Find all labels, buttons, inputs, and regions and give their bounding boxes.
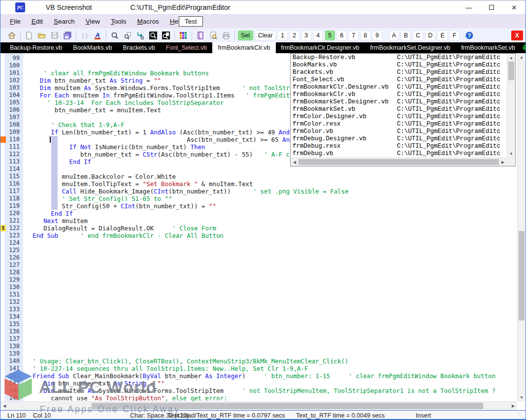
bookmark-number-2-button[interactable]: 2: [290, 31, 299, 40]
menu-item-edit[interactable]: Edit: [26, 16, 48, 27]
file-list-row[interactable]: frmBookmarkSet.Designer.vbC:\UTIL_PgmEdi…: [291, 98, 507, 106]
menu-item-macros[interactable]: Macros: [132, 16, 164, 27]
bookmark-number-9-button[interactable]: 9: [372, 31, 382, 40]
scroll-down-icon[interactable]: ▼: [507, 150, 515, 158]
bookmark-number-7-button[interactable]: 7: [349, 31, 359, 40]
scroll-down-icon[interactable]: ▼: [518, 393, 526, 401]
breakpoint-marker[interactable]: [0, 136, 6, 143]
file-list-vscroll-thumb[interactable]: [508, 62, 514, 80]
bookmark-number-3-button[interactable]: 3: [301, 31, 311, 40]
resize-grip[interactable]: ⋱: [519, 413, 524, 419]
line-number: 125: [0, 247, 23, 254]
menu-item-tools[interactable]: Tools: [105, 16, 132, 27]
program-editor-window: PC VB Screenshot C:\UTIL_PgmEdit\Program…: [0, 0, 526, 420]
bookmark-set-button[interactable]: Set: [238, 31, 253, 40]
bookmarks-icon[interactable]: [195, 30, 206, 41]
scroll-right-icon[interactable]: ▶: [499, 158, 507, 166]
home-icon[interactable]: [6, 30, 18, 41]
code-line-143: Dim btn_number_txt As String = "": [23, 380, 517, 387]
test-button[interactable]: Test: [179, 16, 203, 27]
new-file-icon[interactable]: [23, 30, 35, 41]
file-path: C:\UTIL_PgmEdit\ProgramEditc: [397, 128, 507, 135]
find-dark-icon[interactable]: [147, 30, 159, 41]
scroll-up-icon[interactable]: ▲: [507, 54, 515, 62]
file-list-row[interactable]: Brackets.vbC:\UTIL_PgmEdit\ProgramEditc: [291, 69, 507, 76]
scroll-left-icon[interactable]: ◀: [291, 158, 298, 166]
close-file-button[interactable]: X: [511, 31, 523, 40]
file-list-row[interactable]: frmDebug.resxC:\UTIL_PgmEdit\ProgramEdit…: [291, 143, 507, 150]
print-preview-icon[interactable]: [207, 30, 219, 41]
save-icon[interactable]: [49, 30, 61, 41]
tab-font-select-vb[interactable]: Font_Select.vb: [161, 42, 212, 53]
bookmark-number-4-button[interactable]: 4: [313, 31, 323, 40]
tab-frmbookmarkset-vb[interactable]: frmBookmarkSet.vb: [456, 42, 521, 53]
tab-brackets-vb[interactable]: Brackets.vb: [118, 42, 161, 53]
line-number: 110: [0, 136, 23, 143]
bookmark-number-1-button[interactable]: 1: [278, 31, 288, 40]
bookmark-letter-e-button[interactable]: E: [437, 31, 447, 40]
file-list-vertical-scrollbar[interactable]: ▲ ▼: [507, 54, 515, 158]
tab-frmbookmarkset-designer-vb[interactable]: frmBookmarkSet.Designer.vb: [365, 42, 456, 53]
replace-dark-icon[interactable]: [160, 30, 172, 41]
tab-frmbookmarkclr-vb[interactable]: frmBookmarkClr.vb: [212, 42, 275, 53]
color-palette-icon[interactable]: [177, 30, 189, 41]
bracket-match-icon[interactable]: {·}: [79, 30, 91, 41]
file-list-row[interactable]: BookMarks.vbC:\UTIL_PgmEdit\ProgramEditc: [291, 62, 507, 69]
bookmark-marker-5[interactable]: 5: [0, 225, 6, 231]
bookmark-letter-a-button[interactable]: A: [389, 31, 399, 40]
close-button[interactable]: ✕: [503, 0, 526, 14]
code-editor[interactable]: 9910010110210310410510610710810911011111…: [0, 53, 526, 410]
line-number: 136: [0, 328, 23, 335]
file-list-row[interactable]: Font_Select.vbC:\UTIL_PgmEdit\ProgramEdi…: [291, 76, 507, 84]
scroll-up-icon[interactable]: ▲: [518, 53, 526, 61]
minimize-button[interactable]: —: [458, 0, 480, 14]
menu-item-file[interactable]: File: [4, 16, 26, 27]
tab-backup-restore-vb[interactable]: Backup-Restore.vb: [4, 42, 67, 53]
bookmark-letter-b-button[interactable]: B: [401, 31, 411, 40]
file-list-row[interactable]: frmColor.resxC:\UTIL_PgmEdit\ProgramEdit…: [291, 121, 507, 128]
bookmark-clear-button[interactable]: Clear: [255, 31, 276, 40]
bookmark-letter-c-button[interactable]: C: [413, 31, 423, 40]
file-list-row[interactable]: frmDebug.Designer.vbC:\UTIL_PgmEdit\Prog…: [291, 135, 507, 143]
file-list-horizontal-scrollbar[interactable]: ◀ ▶: [291, 158, 507, 166]
file-list-row[interactable]: Backup-Restore.vbC:\UTIL_PgmEdit\Program…: [291, 54, 507, 62]
tab-frmbookmarkclr-designer-vb[interactable]: frmBookmarkClr.Designer.vb: [276, 42, 365, 53]
editor-hscroll-thumb[interactable]: [92, 403, 483, 409]
line-number: 99: [0, 55, 23, 62]
editor-horizontal-scrollbar[interactable]: ◀ ▶: [0, 401, 517, 410]
file-list-row[interactable]: frmBookmarkClr.vbC:\UTIL_PgmEdit\Program…: [291, 91, 507, 98]
help-icon[interactable]: ?: [463, 30, 475, 41]
menu-item-view[interactable]: View: [80, 16, 105, 27]
font-color-icon[interactable]: A: [92, 30, 103, 41]
find-in-files-icon[interactable]: [122, 30, 133, 41]
bookmark-number-6-button[interactable]: 6: [337, 31, 347, 40]
editor-vertical-scrollbar[interactable]: ▲ ▼: [517, 53, 526, 401]
goto-line-icon[interactable]: [134, 30, 146, 41]
line-number-gutter: 9910010110210310410510610710810911011111…: [0, 53, 23, 401]
save-all-icon[interactable]: [62, 30, 73, 41]
download-arrow-icon[interactable]: [521, 42, 526, 53]
line-number: 131: [0, 291, 23, 298]
maximize-button[interactable]: [480, 0, 503, 14]
file-list-row[interactable]: frmDebug.vbC:\UTIL_PgmEdit\ProgramEditc: [291, 150, 507, 158]
bookmark-number-5-button[interactable]: 5: [325, 31, 335, 40]
open-folder-icon[interactable]: [36, 30, 48, 41]
code-line-125: [23, 247, 517, 254]
tab-bookmarks-vb[interactable]: BookMarks.vb: [67, 42, 117, 53]
line-number: 104: [0, 92, 23, 99]
menu-item-search[interactable]: Search: [48, 16, 80, 27]
file-list-row[interactable]: frmBookmarkClr.Designer.vbC:\UTIL_PgmEdi…: [291, 84, 507, 91]
find-icon[interactable]: [109, 30, 121, 41]
print-icon[interactable]: [220, 30, 232, 41]
file-list-row[interactable]: frmColor.vbC:\UTIL_PgmEdit\ProgramEditc: [291, 128, 507, 135]
bookmark-number-8-button[interactable]: 8: [361, 31, 370, 40]
file-list-hscroll-thumb[interactable]: [298, 159, 499, 165]
editor-vscroll-thumb[interactable]: [519, 231, 525, 321]
file-list-row[interactable]: frmColor.Designer.vbC:\UTIL_PgmEdit\Prog…: [291, 113, 507, 121]
file-list-row[interactable]: frmBookmarkSet.vbC:\UTIL_PgmEdit\Program…: [291, 106, 507, 113]
bookmark-letter-d-button[interactable]: D: [425, 31, 435, 40]
scroll-left-icon[interactable]: ◀: [0, 402, 8, 410]
scroll-right-icon[interactable]: ▶: [509, 402, 517, 410]
code-line-138: [23, 343, 517, 350]
bookmark-letter-f-button[interactable]: F: [450, 31, 460, 40]
